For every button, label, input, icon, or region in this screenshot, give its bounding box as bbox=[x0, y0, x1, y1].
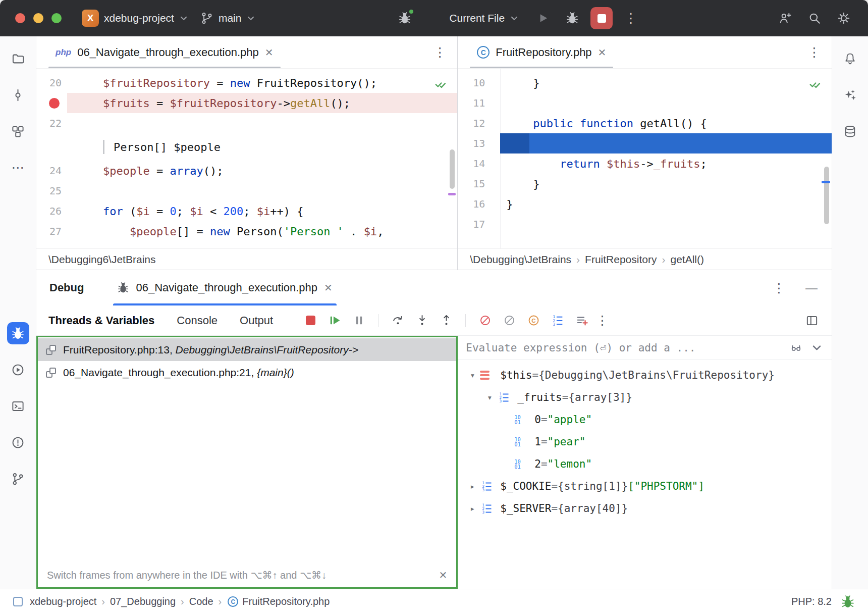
line-number[interactable]: 22 bbox=[36, 117, 67, 129]
tab-options-icon[interactable]: ⋮ bbox=[433, 46, 446, 59]
branch-selector[interactable]: main bbox=[194, 8, 262, 29]
stop-button[interactable] bbox=[590, 7, 613, 29]
add-watch-button[interactable] bbox=[572, 311, 592, 331]
code-line[interactable]: 10 } bbox=[458, 73, 832, 93]
run-tool-button[interactable] bbox=[7, 359, 29, 381]
line-number[interactable]: 20 bbox=[36, 77, 67, 89]
variable-row[interactable]: 10010 = "apple" bbox=[458, 408, 832, 431]
variable-row[interactable]: 10012 = "lemon" bbox=[458, 453, 832, 475]
code-with-me-button[interactable] bbox=[774, 7, 796, 29]
more-actions-button[interactable]: ⋮ bbox=[620, 7, 642, 29]
line-number[interactable]: 27 bbox=[36, 225, 67, 237]
xdebug-status-icon[interactable] bbox=[841, 595, 855, 609]
run-to-cursor-button[interactable] bbox=[523, 311, 544, 331]
step-over-button[interactable] bbox=[388, 311, 408, 331]
scrollbar-thumb[interactable] bbox=[450, 149, 455, 189]
line-number[interactable] bbox=[36, 98, 67, 109]
run-configuration-selector[interactable]: Current File bbox=[443, 8, 525, 28]
search-everywhere-button[interactable] bbox=[803, 7, 826, 29]
zoom-window-button[interactable] bbox=[51, 13, 62, 23]
debug-tool-button[interactable] bbox=[7, 322, 29, 344]
code-line[interactable]: 17 bbox=[458, 214, 832, 234]
breadcrumb-item[interactable]: \Debugging\JetBrains bbox=[470, 253, 571, 266]
line-number[interactable]: 10 bbox=[458, 77, 500, 89]
resume-button[interactable] bbox=[324, 311, 345, 331]
code-line[interactable]: 13 bbox=[458, 133, 832, 154]
code-line[interactable]: 14 return $this->_fruits; bbox=[458, 154, 832, 174]
tab-threads-variables[interactable]: Threads & Variables bbox=[48, 314, 154, 327]
chevron-down-icon[interactable]: ▾ bbox=[482, 392, 497, 402]
settings-button[interactable] bbox=[833, 7, 855, 29]
code-line[interactable]: $fruits = $fruitRepository->getAll(); bbox=[36, 93, 457, 113]
variable-row[interactable]: ▾$this = {Debugging\JetBrains\FruitRepos… bbox=[458, 364, 832, 386]
chevron-down-icon[interactable]: ▾ bbox=[465, 370, 480, 380]
breakpoint-icon[interactable] bbox=[49, 98, 60, 109]
notifications-button[interactable] bbox=[839, 47, 861, 70]
variable-row[interactable]: ▸$_COOKIE = {string[1]} ["PHPSTORM"] bbox=[458, 475, 832, 497]
hide-panel-icon[interactable]: — bbox=[805, 282, 818, 294]
line-number[interactable]: 25 bbox=[36, 185, 67, 197]
close-tab-icon[interactable]: ✕ bbox=[598, 47, 607, 58]
debug-button[interactable] bbox=[561, 7, 583, 29]
tab-06-navigate-through-execution[interactable]: php 06_Navigate_through_execution.php ✕ bbox=[48, 36, 281, 68]
chevron-right-icon[interactable]: ▸ bbox=[465, 481, 480, 491]
version-control-tool-button[interactable] bbox=[7, 468, 29, 490]
code-line[interactable]: 12 public function getAll() { bbox=[458, 113, 832, 133]
stop-session-button[interactable] bbox=[300, 311, 320, 331]
minimize-window-button[interactable] bbox=[33, 13, 43, 23]
debug-session-tab[interactable]: 06_Navigate_through_execution.php ✕ bbox=[113, 270, 336, 305]
project-tool-button[interactable] bbox=[7, 47, 29, 70]
code-line[interactable]: 15 } bbox=[458, 174, 832, 194]
code-line[interactable]: 20$fruitRepository = new FruitRepository… bbox=[36, 73, 457, 93]
editor-breadcrumb-left[interactable]: \Debugging6\JetBrains bbox=[36, 248, 457, 270]
inspections-ok-icon[interactable] bbox=[807, 79, 824, 92]
close-tab-icon[interactable]: ✕ bbox=[265, 47, 274, 58]
tab-output[interactable]: Output bbox=[240, 314, 273, 327]
mute-breakpoints-button[interactable] bbox=[475, 311, 495, 331]
pause-button[interactable] bbox=[349, 311, 369, 331]
layout-settings-button[interactable] bbox=[805, 314, 819, 327]
project-selector[interactable]: X xdebug-project bbox=[76, 6, 194, 31]
more-tools-button[interactable]: ⋯ bbox=[7, 157, 29, 179]
breadcrumb-item[interactable]: getAll() bbox=[670, 253, 704, 266]
structure-tool-button[interactable] bbox=[7, 120, 29, 142]
chevron-down-icon[interactable] bbox=[811, 342, 823, 353]
code-line[interactable]: 24$people = array(); bbox=[36, 161, 457, 181]
line-number[interactable]: 15 bbox=[458, 178, 500, 190]
code-line[interactable]: 26for ($i = 0; $i < 200; $i++) { bbox=[36, 201, 457, 221]
step-into-button[interactable] bbox=[412, 311, 432, 331]
close-session-icon[interactable]: ✕ bbox=[324, 283, 333, 293]
php-version[interactable]: PHP: 8.2 bbox=[791, 596, 832, 607]
code-line[interactable]: 16} bbox=[458, 194, 832, 214]
step-out-button[interactable] bbox=[436, 311, 456, 331]
watches-icon[interactable] bbox=[790, 342, 802, 353]
variable-row[interactable]: ▸$_SERVER = {array[40]} bbox=[458, 497, 832, 520]
frame-row[interactable]: 06_Navigate_through_execution.php:21, {m… bbox=[38, 361, 456, 384]
status-crumb[interactable]: xdebug-project bbox=[30, 596, 96, 607]
frame-row[interactable]: FruitRepository.php:13, Debugging\JetBra… bbox=[38, 338, 456, 361]
close-window-button[interactable] bbox=[15, 13, 25, 23]
problems-tool-button[interactable] bbox=[7, 431, 29, 453]
breadcrumb-item[interactable]: FruitRepository bbox=[585, 253, 657, 266]
line-number[interactable]: 13 bbox=[458, 137, 500, 149]
debug-options-icon[interactable]: ⋮ bbox=[773, 282, 785, 294]
status-crumb[interactable]: Code bbox=[189, 596, 213, 607]
scrollbar-thumb[interactable] bbox=[824, 167, 829, 224]
tab-fruitrepository[interactable]: C FruitRepository.php ✕ bbox=[470, 36, 613, 68]
line-number[interactable]: 16 bbox=[458, 198, 500, 210]
line-number[interactable]: 17 bbox=[458, 218, 500, 230]
tab-options-icon[interactable]: ⋮ bbox=[808, 46, 821, 59]
code-line[interactable]: 25 bbox=[36, 181, 457, 201]
chevron-right-icon[interactable]: ▸ bbox=[465, 503, 480, 514]
code-line[interactable]: 27 $people[] = new Person('Person ' . $i… bbox=[36, 221, 457, 241]
evaluate-expression-input[interactable]: Evaluate expression (⏎) or add a ... bbox=[458, 336, 832, 360]
tab-console[interactable]: Console bbox=[177, 314, 218, 327]
line-number[interactable]: 14 bbox=[458, 158, 500, 170]
tool-window-widget-icon[interactable] bbox=[13, 597, 23, 606]
status-crumb[interactable]: 07_Debugging bbox=[110, 596, 176, 607]
line-number[interactable]: 12 bbox=[458, 117, 500, 129]
code-area-left[interactable]: 20$fruitRepository = new FruitRepository… bbox=[36, 69, 457, 248]
ai-assistant-button[interactable] bbox=[839, 84, 861, 106]
code-area-right[interactable]: 10 }1112 public function getAll() {1314 … bbox=[458, 69, 832, 248]
line-number[interactable]: 11 bbox=[458, 97, 500, 109]
